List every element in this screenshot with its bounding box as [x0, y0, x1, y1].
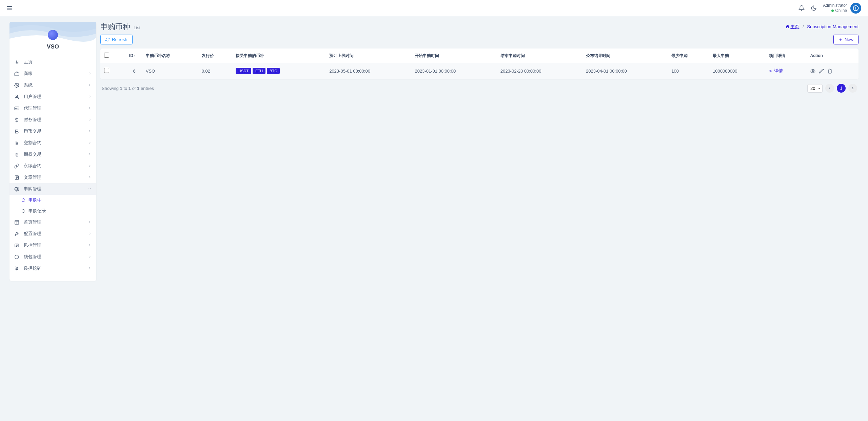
svg-point-3 — [16, 95, 18, 96]
cell-end-time: 2023-02-28 00:00:00 — [497, 63, 583, 79]
nav-item-16[interactable]: 质押挖矿 — [9, 263, 96, 274]
delete-icon[interactable] — [827, 69, 832, 74]
bell-icon[interactable] — [798, 5, 805, 11]
col-name[interactable]: 申购币种名称 — [142, 49, 198, 63]
nav-item-10[interactable]: 文章管理 — [9, 172, 96, 183]
chevron-right-icon — [88, 220, 92, 225]
page-1[interactable]: 1 — [837, 84, 846, 93]
briefcase-icon — [14, 71, 22, 76]
chevron-right-icon — [88, 175, 92, 180]
page-size-select[interactable]: 20 — [807, 84, 823, 93]
edit-icon[interactable] — [819, 69, 824, 74]
nav-item-12[interactable]: 首页管理 — [9, 216, 96, 228]
wrench-icon — [14, 231, 22, 236]
col-max[interactable]: 最大申购 — [709, 49, 765, 63]
cell-online-time: 2023-05-01 00:00:00 — [326, 63, 411, 79]
nav-item-14[interactable]: 风控管理 — [9, 240, 96, 251]
nav-item-15[interactable]: 钱包管理 — [9, 251, 96, 263]
row-checkbox[interactable] — [104, 68, 109, 73]
page-title: 申购币种 — [100, 22, 130, 32]
nav-item-0[interactable]: 主页 — [9, 56, 96, 68]
chevron-down-icon — [88, 187, 92, 192]
top-header: Administrator Online — [0, 0, 868, 16]
badge-eth: ETH — [253, 68, 265, 74]
col-price[interactable]: 发行价 — [198, 49, 232, 63]
layout-icon — [14, 220, 22, 225]
view-icon[interactable] — [810, 69, 815, 74]
breadcrumb: 主页 / Subscription-Management — [786, 24, 859, 30]
svg-point-5 — [16, 108, 17, 109]
cell-start-time: 2023-01-01 00:00:00 — [411, 63, 497, 79]
nav-label: 质押挖矿 — [24, 265, 88, 271]
nav-item-7[interactable]: 交割合约 — [9, 137, 96, 149]
breadcrumb-home[interactable]: 主页 — [790, 24, 799, 29]
nav-label: 商家 — [24, 71, 88, 77]
header-right: Administrator Online — [798, 3, 861, 14]
nav-label: 申购管理 — [24, 186, 88, 192]
nav-item-2[interactable]: 系统 — [9, 79, 96, 91]
sidebar: VSO 主页商家系统用户管理代理管理财务管理币币交易交割合约期权交易永续合约文章… — [9, 22, 96, 281]
select-all-checkbox[interactable] — [104, 53, 109, 58]
sub-item-11-1[interactable]: 申购记录 — [9, 206, 96, 216]
avatar — [850, 3, 861, 14]
nav-item-4[interactable]: 代理管理 — [9, 102, 96, 114]
refresh-button[interactable]: Refresh — [100, 35, 133, 44]
nav-item-5[interactable]: 财务管理 — [9, 114, 96, 126]
chevron-right-icon — [88, 152, 92, 157]
doc-icon — [14, 175, 22, 180]
nav-item-13[interactable]: 配置管理 — [9, 228, 96, 240]
nav-label: 永续合约 — [24, 163, 88, 169]
nav-label: 用户管理 — [24, 94, 88, 100]
chevron-right-icon — [88, 266, 92, 271]
badge-btc: BTC — [267, 68, 280, 74]
sub-item-11-0[interactable]: 申购中 — [9, 195, 96, 206]
col-end-time[interactable]: 结束申购时间 — [497, 49, 583, 63]
nav-item-6[interactable]: 币币交易 — [9, 126, 96, 137]
bitcoin-icon — [14, 140, 22, 146]
page-next[interactable] — [848, 84, 857, 93]
col-id[interactable]: ID↑ — [113, 49, 142, 63]
chevron-right-icon — [88, 243, 92, 248]
showing-text: Showing 1 to 1 of 1 entries — [102, 86, 154, 91]
col-accept[interactable]: 接受申购的币种 — [232, 49, 326, 63]
cell-id: 6 — [113, 63, 142, 79]
nav-label: 系统 — [24, 82, 88, 88]
globe-icon — [14, 187, 22, 192]
col-start-time[interactable]: 开始申购时间 — [411, 49, 497, 63]
chevron-right-icon — [88, 94, 92, 99]
chevron-right-icon — [88, 83, 92, 88]
nav-label: 交割合约 — [24, 140, 88, 146]
gear-icon — [14, 83, 22, 88]
nav-item-1[interactable]: 商家 — [9, 68, 96, 79]
new-button[interactable]: New — [833, 35, 859, 44]
nav-item-11[interactable]: 申购管理 — [9, 183, 96, 195]
chevron-right-icon — [88, 164, 92, 169]
nav-item-3[interactable]: 用户管理 — [9, 91, 96, 102]
col-online-time[interactable]: 预计上线时间 — [326, 49, 411, 63]
breadcrumb-current[interactable]: Subscription-Management — [807, 24, 859, 29]
cell-accept: USDTETHBTC — [232, 63, 326, 79]
chevron-right-icon — [88, 106, 92, 111]
sub-item-label: 申购记录 — [28, 208, 46, 214]
shield-icon — [14, 243, 22, 248]
nav-item-8[interactable]: 期权交易 — [9, 149, 96, 160]
brand: VSO — [9, 22, 96, 55]
svg-rect-1 — [15, 73, 19, 76]
cell-result-time: 2023-04-01 00:00:00 — [583, 63, 668, 79]
cell-min: 100 — [668, 63, 709, 79]
page-prev[interactable] — [825, 84, 834, 93]
nav-item-9[interactable]: 永续合约 — [9, 160, 96, 172]
col-min[interactable]: 最少申购 — [668, 49, 709, 63]
svg-rect-8 — [15, 220, 19, 224]
detail-link[interactable]: 详情 — [769, 68, 783, 74]
chevron-right-icon — [88, 117, 92, 122]
col-detail[interactable]: 项目详情 — [766, 49, 807, 63]
moon-icon[interactable] — [811, 5, 817, 11]
sub-item-label: 申购中 — [28, 197, 42, 203]
col-result-time[interactable]: 公布结果时间 — [583, 49, 668, 63]
hamburger-icon[interactable] — [7, 6, 12, 10]
table-row: 6 VSO 0.02 USDTETHBTC 2023-05-01 00:00:0… — [100, 63, 859, 79]
user-menu[interactable]: Administrator Online — [823, 3, 861, 14]
main-content: 申购币种 List 主页 / Subscription-Management R… — [96, 16, 868, 421]
user-name: Administrator — [823, 3, 847, 8]
